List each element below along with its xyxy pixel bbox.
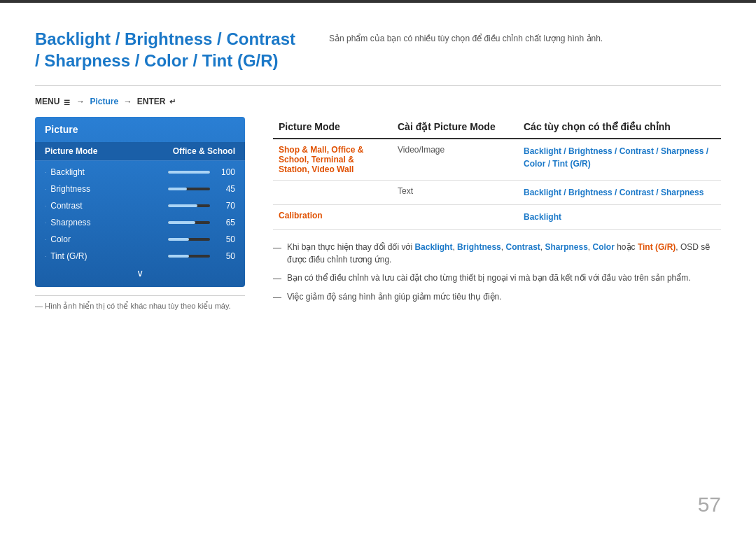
note-dash: ― xyxy=(273,272,281,285)
slider-sharpness[interactable] xyxy=(168,221,210,224)
dot-icon: · xyxy=(45,169,46,176)
enter-label: ENTER xyxy=(137,97,166,106)
cell-options-2: Backlight / Brightness / Contrast / Shar… xyxy=(518,181,721,205)
value-sharpness: 65 xyxy=(216,218,235,227)
info-table: Picture Mode Cài đặt Picture Mode Các tù… xyxy=(273,117,721,230)
cell-options-3: Backlight xyxy=(518,205,721,230)
list-item[interactable]: · Backlight 100 xyxy=(35,164,245,181)
menu-nav: MENU ☰ → Picture → ENTER ↵ xyxy=(35,97,301,106)
table-header-row: Picture Mode Cài đặt Picture Mode Các tù… xyxy=(273,117,721,139)
dot-icon: · xyxy=(45,253,46,260)
menu-icon: ☰ xyxy=(64,99,70,106)
col-header-setting: Cài đặt Picture Mode xyxy=(392,117,518,139)
item-right-color: 50 xyxy=(168,234,235,244)
header-section: Backlight / Brightness / Contrast / Shar… xyxy=(35,28,721,71)
value-backlight: 100 xyxy=(216,167,235,177)
cell-options-1: Backlight / Brightness / Contrast / Shar… xyxy=(518,139,721,181)
page-container: Backlight / Brightness / Contrast / Shar… xyxy=(0,0,756,534)
picture-mode-label: Picture Mode xyxy=(45,146,97,156)
note-item-1: ― Khi bạn thực hiện thay đổi đối với Bac… xyxy=(273,241,721,266)
chevron-down-icon[interactable]: ∨ xyxy=(35,265,245,281)
note-text-3: Việc giảm độ sáng hình ảnh giúp giảm mức… xyxy=(287,290,502,303)
item-name-color: · Color xyxy=(45,234,71,244)
slider-color[interactable] xyxy=(168,238,210,241)
item-right-tint: 50 xyxy=(168,251,235,261)
item-name-contrast: · Contrast xyxy=(45,201,83,211)
note-dash: ― xyxy=(273,291,281,304)
dot-icon: · xyxy=(45,203,46,209)
image-note: ― Hình ảnh hiển thị có thể khác nhau tùy… xyxy=(35,295,245,311)
cell-setting-3 xyxy=(392,205,518,230)
table-row: Calibration Backlight xyxy=(273,205,721,230)
table-panel: Picture Mode Cài đặt Picture Mode Các tù… xyxy=(273,117,721,309)
value-contrast: 70 xyxy=(216,201,235,211)
note-dash: ― xyxy=(273,241,281,254)
cell-setting-1: Video/Image xyxy=(392,139,518,181)
item-right-contrast: 70 xyxy=(168,201,235,211)
picture-mode-value: Office & School xyxy=(173,146,235,156)
list-item[interactable]: · Color 50 xyxy=(35,231,245,248)
list-item[interactable]: · Brightness 45 xyxy=(35,181,245,197)
dot-icon: · xyxy=(45,186,46,192)
cell-setting-2: Text xyxy=(392,181,518,205)
value-color: 50 xyxy=(216,234,235,244)
note-item-2: ― Bạn có thể điều chỉnh và lưu cài đặt c… xyxy=(273,272,721,285)
item-right-backlight: 100 xyxy=(168,167,235,177)
picture-menu-title: Picture xyxy=(35,117,245,142)
list-item[interactable]: · Contrast 70 xyxy=(35,197,245,214)
table-row: Shop & Mall, Office & School, Terminal &… xyxy=(273,139,721,181)
top-line xyxy=(0,0,756,3)
item-name-sharpness: · Sharpness xyxy=(45,218,91,227)
picture-mode-row[interactable]: Picture Mode Office & School xyxy=(35,142,245,161)
cell-mode-2 xyxy=(273,181,392,205)
note-item-3: ― Việc giảm độ sáng hình ảnh giúp giảm m… xyxy=(273,290,721,304)
main-content: Picture Picture Mode Office & School · B… xyxy=(35,117,721,311)
table-row: Text Backlight / Brightness / Contrast /… xyxy=(273,181,721,205)
picture-panel: Picture Picture Mode Office & School · B… xyxy=(35,117,245,311)
item-name-brightness: · Brightness xyxy=(45,184,90,194)
list-item[interactable]: · Tint (G/R) 50 xyxy=(35,248,245,265)
item-name-backlight: · Backlight xyxy=(45,167,85,177)
menu-arrow-1: → xyxy=(76,97,85,106)
cell-mode-3: Calibration xyxy=(273,205,392,230)
menu-keyword: MENU xyxy=(35,97,59,106)
dot-icon: · xyxy=(45,237,46,243)
page-title: Backlight / Brightness / Contrast / Shar… xyxy=(35,28,301,71)
picture-menu-box: Picture Picture Mode Office & School · B… xyxy=(35,117,245,287)
item-right-brightness: 45 xyxy=(168,184,235,194)
col-header-mode: Picture Mode xyxy=(273,117,392,139)
header-rule xyxy=(35,85,721,86)
slider-tint[interactable] xyxy=(168,255,210,258)
menu-arrow-2: → xyxy=(123,97,132,106)
col-header-options: Các tùy chọn có thể điều chỉnh xyxy=(518,117,721,139)
value-tint: 50 xyxy=(216,251,235,261)
enter-icon: ↵ xyxy=(169,97,176,106)
slider-backlight[interactable] xyxy=(168,171,210,174)
slider-brightness[interactable] xyxy=(168,188,210,190)
notes-section: ― Khi bạn thực hiện thay đổi đối với Bac… xyxy=(273,241,721,304)
dot-icon: · xyxy=(45,220,46,226)
slider-contrast[interactable] xyxy=(168,204,210,207)
note-text-1: Khi bạn thực hiện thay đổi đối với Backl… xyxy=(287,241,721,266)
header-description: Sản phẩm của bạn có nhiều tùy chọn để đi… xyxy=(329,28,721,43)
cell-mode-1: Shop & Mall, Office & School, Terminal &… xyxy=(273,139,392,181)
item-name-tint: · Tint (G/R) xyxy=(45,251,87,261)
list-item[interactable]: · Sharpness 65 xyxy=(35,214,245,231)
page-number: 57 xyxy=(698,493,721,517)
item-right-sharpness: 65 xyxy=(168,218,235,227)
note-text-2: Bạn có thể điều chỉnh và lưu cài đặt cho… xyxy=(287,272,691,284)
value-brightness: 45 xyxy=(216,184,235,194)
picture-link: Picture xyxy=(90,97,118,106)
